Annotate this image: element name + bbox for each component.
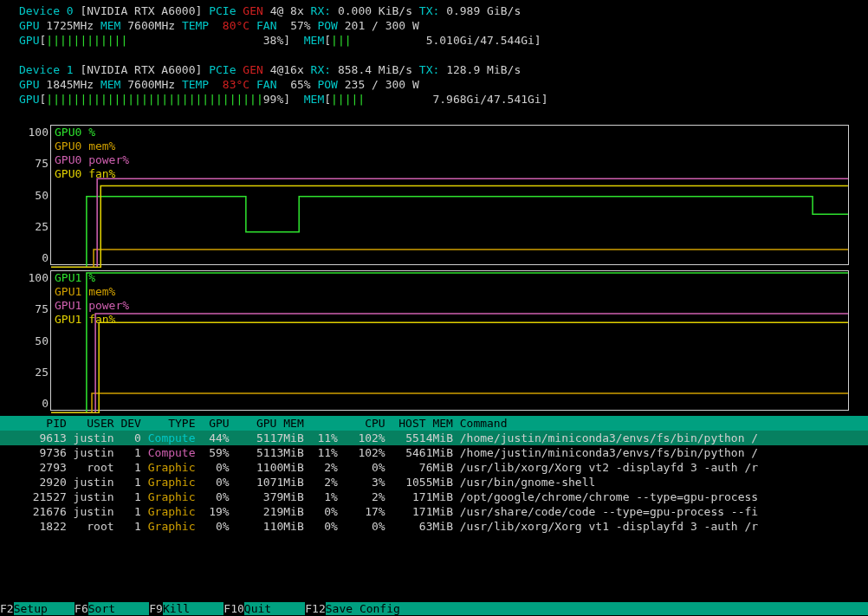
process-row[interactable]: 21676 justin 1 Graphic 19% 219MiB 0% 17%… <box>0 504 868 519</box>
series-GPU0-% <box>51 197 848 268</box>
process-row[interactable]: 2793 root 1 Graphic 0% 1100MiB 2% 0% 76M… <box>0 460 868 475</box>
series-GPU1-mem% <box>51 393 848 412</box>
series-GPU0-fan% <box>51 186 848 268</box>
fkey-label-F9[interactable]: Kill <box>163 602 223 615</box>
fkey-F12[interactable]: F12 <box>305 602 325 615</box>
series-GPU0-power% <box>51 178 848 267</box>
device-0-bars: GPU[|||||||||||| 38%] MEM[||| 5.010Gi/47… <box>0 33 868 48</box>
process-table-header: PID USER DEV TYPE GPU GPU MEM CPU HOST M… <box>0 416 868 431</box>
device-0-header: Device 0 [NVIDIA RTX A6000] PCIe GEN 4@ … <box>0 3 868 18</box>
y-axis: 1007550250 <box>19 125 50 265</box>
footer-bar: F2Setup F6Sort F9Kill F10Quit F12Save Co… <box>0 601 868 616</box>
device-1-clocks: GPU 1845MHz MEM 7600MHz TEMP 83°C FAN 65… <box>0 77 868 92</box>
plot-area: GPU0 %GPU0 mem%GPU0 power%GPU0 fan% <box>50 125 849 265</box>
fkey-F10[interactable]: F10 <box>223 602 243 615</box>
device-0-clocks: GPU 1725MHz MEM 7600MHz TEMP 80°C FAN 57… <box>0 18 868 33</box>
series-GPU1-% <box>51 273 848 413</box>
fkey-label-F2[interactable]: Setup <box>14 602 74 615</box>
y-axis: 1007550250 <box>19 270 50 411</box>
graph-gpu0: 1007550250GPU0 %GPU0 mem%GPU0 power%GPU0… <box>19 125 849 265</box>
fkey-F2[interactable]: F2 <box>0 602 14 615</box>
series-GPU1-power% <box>51 314 848 412</box>
graph-gpu1: 1007550250GPU1 %GPU1 mem%GPU1 power%GPU1… <box>19 270 849 411</box>
fkey-label-F6[interactable]: Sort <box>88 602 149 615</box>
process-row[interactable]: 1822 root 1 Graphic 0% 110MiB 0% 0% 63Mi… <box>0 519 868 534</box>
series-GPU0-mem% <box>51 250 848 267</box>
plot-area: GPU1 %GPU1 mem%GPU1 power%GPU1 fan% <box>50 270 849 411</box>
fkey-label-F12[interactable]: Save Config <box>326 602 868 615</box>
process-row[interactable]: 9613 justin 0 Compute 44% 5117MiB 11% 10… <box>0 431 868 445</box>
process-row[interactable]: 2920 justin 1 Graphic 0% 1071MiB 2% 3% 1… <box>0 475 868 490</box>
fkey-F6[interactable]: F6 <box>74 602 88 615</box>
device-1-header: Device 1 [NVIDIA RTX A6000] PCIe GEN 4@1… <box>0 62 868 77</box>
fkey-label-F10[interactable]: Quit <box>244 602 305 615</box>
series-GPU1-fan% <box>51 322 848 412</box>
fkey-F9[interactable]: F9 <box>149 602 163 615</box>
device-1-bars: GPU[||||||||||||||||||||||||||||||||99%]… <box>0 92 868 107</box>
process-row[interactable]: 21527 justin 1 Graphic 0% 379MiB 1% 2% 1… <box>0 490 868 504</box>
process-row[interactable]: 9736 justin 1 Compute 59% 5113MiB 11% 10… <box>0 445 868 460</box>
